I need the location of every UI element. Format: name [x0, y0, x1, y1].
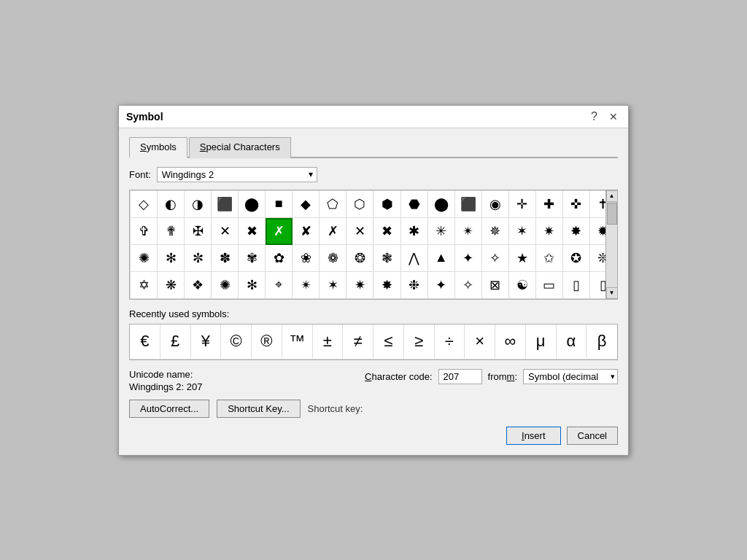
symbol-cell[interactable]: ✱ [401, 218, 428, 245]
symbol-cell[interactable]: ✽ [212, 245, 239, 272]
symbol-cell[interactable]: ✞ [131, 218, 158, 245]
recent-cell[interactable]: ¥ [191, 324, 222, 359]
scroll-track[interactable] [606, 202, 617, 287]
symbol-cell[interactable]: ✼ [185, 245, 212, 272]
symbol-cell[interactable]: ⌖ [266, 272, 293, 299]
scroll-down-arrow[interactable]: ▼ [606, 287, 618, 299]
symbol-cell[interactable]: ✸ [563, 218, 590, 245]
symbol-cell[interactable]: ✴ [455, 218, 482, 245]
recent-cell[interactable]: © [221, 324, 252, 359]
symbol-cell[interactable]: ✷ [347, 272, 374, 299]
symbol-cell[interactable]: ▭ [536, 272, 563, 299]
symbol-cell[interactable]: ✜ [563, 191, 590, 218]
symbol-cell-selected[interactable]: ✗ [266, 218, 293, 245]
symbol-cell[interactable]: ✻ [158, 245, 185, 272]
symbol-cell[interactable]: ✵ [482, 218, 509, 245]
recent-cell[interactable]: ™ [282, 324, 313, 359]
symbol-cell[interactable]: ◐ [158, 191, 185, 218]
symbol-cell[interactable]: ⬤ [239, 191, 266, 218]
symbol-cell[interactable]: ✩ [536, 245, 563, 272]
symbol-cell[interactable]: ⬡ [347, 191, 374, 218]
scroll-up-arrow[interactable]: ▲ [606, 190, 618, 202]
symbol-cell[interactable]: ✖ [374, 218, 401, 245]
symbol-cell[interactable]: ✪ [563, 245, 590, 272]
symbol-cell[interactable]: ✖ [239, 218, 266, 245]
recent-cell[interactable]: × [465, 324, 495, 359]
tab-special-characters[interactable]: Special Characters [189, 137, 291, 158]
recent-cell[interactable]: β [587, 324, 617, 359]
symbol-cell[interactable]: ❖ [185, 272, 212, 299]
symbol-cell[interactable]: ◑ [185, 191, 212, 218]
recent-cell[interactable]: ± [313, 324, 344, 359]
symbol-cell[interactable]: ⬛ [455, 191, 482, 218]
autocorrect-button[interactable]: AutoCorrect... [129, 400, 209, 418]
recent-cell[interactable]: α [557, 324, 587, 359]
symbol-cell[interactable]: ▯ [563, 272, 590, 299]
symbol-cell[interactable]: ✟ [158, 218, 185, 245]
symbol-cell[interactable]: ◉ [482, 191, 509, 218]
recent-cell[interactable]: ® [252, 324, 282, 359]
shortcut-key-button[interactable]: Shortcut Key... [217, 400, 300, 418]
symbol-cell[interactable]: ✺ [131, 245, 158, 272]
symbol-cell[interactable]: ❂ [347, 245, 374, 272]
scrollbar[interactable]: ▲ ▼ [605, 190, 617, 299]
symbol-cell[interactable]: ■ [266, 191, 293, 218]
recent-cell[interactable]: £ [160, 324, 191, 359]
recent-cell[interactable]: ≥ [404, 324, 435, 359]
symbol-cell[interactable]: ⊠ [482, 272, 509, 299]
recent-cell[interactable]: ÷ [435, 324, 465, 359]
symbol-cell[interactable]: ✗ [320, 218, 347, 245]
symbol-cell[interactable]: ❁ [320, 245, 347, 272]
symbol-cell[interactable]: ✳ [428, 218, 455, 245]
symbol-cell[interactable]: ✴ [293, 272, 320, 299]
symbol-cell[interactable]: ✕ [212, 218, 239, 245]
symbol-cell[interactable]: ◇ [131, 191, 158, 218]
symbol-cell[interactable]: ⬢ [374, 191, 401, 218]
symbol-cell[interactable]: ✸ [374, 272, 401, 299]
symbol-cell[interactable]: ⬛ [212, 191, 239, 218]
symbol-cell[interactable]: ◆ [293, 191, 320, 218]
close-button[interactable]: ✕ [606, 111, 621, 122]
symbol-cell[interactable]: ❀ [293, 245, 320, 272]
symbol-cell[interactable]: ✠ [185, 218, 212, 245]
symbol-cell[interactable]: ✺ [212, 272, 239, 299]
symbol-cell[interactable]: ★ [509, 245, 536, 272]
symbol-cell[interactable]: ✻ [239, 272, 266, 299]
symbol-cell[interactable]: ⬠ [320, 191, 347, 218]
symbol-cell[interactable]: ❃ [374, 245, 401, 272]
symbol-cell[interactable]: ✧ [482, 245, 509, 272]
recent-cell[interactable]: ≤ [374, 324, 404, 359]
symbol-cell[interactable]: ☯ [509, 272, 536, 299]
symbol-cell[interactable]: ✿ [266, 245, 293, 272]
cancel-button[interactable]: Cancel [567, 427, 618, 445]
symbol-cell[interactable]: ✶ [320, 272, 347, 299]
symbol-cell[interactable]: ✛ [509, 191, 536, 218]
symbol-cell[interactable]: ✧ [455, 272, 482, 299]
symbol-cell[interactable]: ✷ [536, 218, 563, 245]
symbol-cell[interactable]: ✘ [293, 218, 320, 245]
symbol-cell[interactable]: ✡ [131, 272, 158, 299]
recent-cell[interactable]: ∞ [495, 324, 526, 359]
symbol-cell[interactable]: ✦ [428, 272, 455, 299]
charcode-input[interactable] [438, 369, 482, 384]
font-select[interactable]: Wingdings 2 Symbol Wingdings Wingdings 3… [157, 167, 317, 182]
recent-cell[interactable]: μ [526, 324, 557, 359]
help-button[interactable]: ? [588, 110, 600, 123]
symbol-cell[interactable]: ✶ [509, 218, 536, 245]
symbol-cell[interactable]: ✚ [536, 191, 563, 218]
from-select[interactable]: Symbol (decimal Unicode (hex) ASCII (dec… [523, 369, 618, 384]
symbol-cell[interactable]: ❉ [401, 272, 428, 299]
symbol-cell[interactable]: ✦ [455, 245, 482, 272]
symbol-cell[interactable]: ✾ [239, 245, 266, 272]
symbol-cell[interactable]: ⬣ [401, 191, 428, 218]
scroll-thumb[interactable] [607, 203, 617, 225]
symbol-cell[interactable]: ⋀ [401, 245, 428, 272]
insert-button[interactable]: Insert [506, 427, 561, 445]
symbol-cell[interactable]: ⬤ [428, 191, 455, 218]
symbol-cell[interactable]: ✕ [347, 218, 374, 245]
symbol-cell[interactable]: ❋ [158, 272, 185, 299]
tab-symbols[interactable]: Symbols [129, 137, 187, 158]
recent-cell[interactable]: ≠ [343, 324, 374, 359]
recent-cell[interactable]: € [130, 324, 160, 359]
symbol-cell[interactable]: ▲ [428, 245, 455, 272]
